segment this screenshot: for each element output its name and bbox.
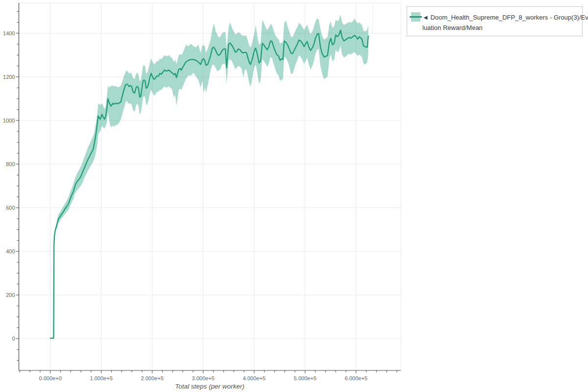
x-tick-label: 5.000e+5: [294, 375, 317, 381]
y-tick-label: 200: [6, 292, 15, 298]
legend[interactable]: ◄ Doom_Health_Supreme_DFP_8_workers - Gr…: [407, 6, 583, 36]
y-tick-label: 600: [6, 205, 15, 211]
x-tick-label: 4.000e+5: [243, 375, 266, 381]
y-tick-label: 1400: [3, 30, 15, 36]
y-tick-label: 400: [6, 248, 15, 254]
x-tick-label: 0.000e+0: [39, 375, 62, 381]
x-axis-title: Total steps (per worker): [19, 383, 401, 390]
x-tick-label: 1.000e+5: [90, 375, 113, 381]
legend-line-mark: [410, 16, 422, 18]
chart-canvas: 0.000e+01.000e+52.000e+53.000e+54.000e+5…: [0, 0, 588, 392]
x-tick-label: 3.000e+5: [192, 375, 215, 381]
y-tick-label: 0: [12, 336, 15, 342]
legend-label-line-1: ◄ Doom_Health_Supreme_DFP_8_workers - Gr…: [422, 12, 580, 23]
y-tick-label: 1200: [3, 74, 15, 80]
legend-label: ◄ Doom_Health_Supreme_DFP_8_workers - Gr…: [422, 12, 580, 33]
plot-svg: 0.000e+01.000e+52.000e+53.000e+54.000e+5…: [0, 0, 588, 392]
y-tick-label: 1000: [3, 118, 15, 123]
x-tick-label: 2.000e+5: [141, 375, 164, 381]
legend-label-line-2: luation Reward/Mean: [422, 23, 580, 33]
y-tick-label: 800: [6, 161, 15, 167]
x-tick-label: 6.000e+5: [345, 375, 368, 381]
legend-band-swatch: [411, 12, 420, 22]
